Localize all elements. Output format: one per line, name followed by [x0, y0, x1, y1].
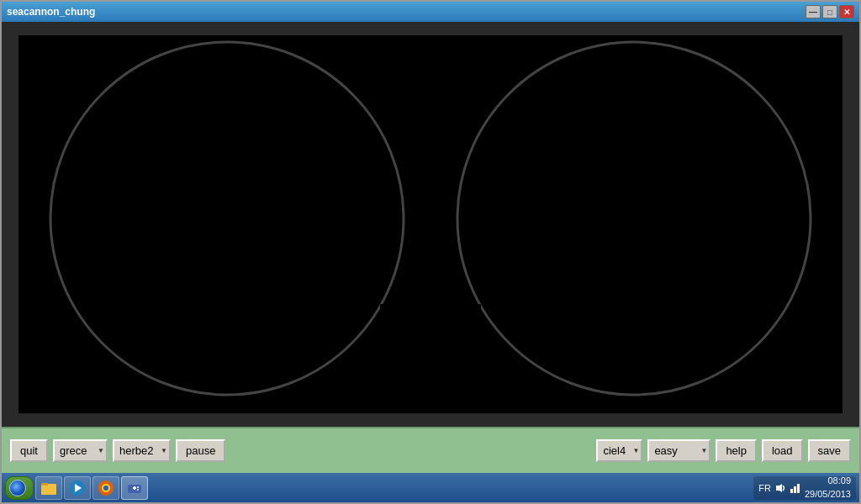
herbe2-select[interactable]: herbe2 herbe1 desert urban [113, 439, 171, 462]
firefox-icon [98, 480, 114, 496]
binocular-view [18, 35, 843, 413]
game-area [2, 22, 859, 427]
taskbar-app-folder[interactable] [35, 476, 62, 500]
windows-logo [9, 480, 26, 496]
grece-select[interactable]: grece france usa russia [53, 439, 108, 462]
quit-button[interactable]: quit [10, 439, 48, 462]
start-button[interactable] [5, 476, 34, 500]
volume-up-icon [774, 482, 786, 494]
svg-rect-39 [790, 489, 793, 493]
media-player-icon [69, 480, 86, 496]
pause-button[interactable]: pause [176, 439, 225, 462]
main-window: seacannon_chung — □ ✕ [0, 0, 861, 504]
svg-rect-7 [314, 169, 366, 175]
svg-rect-40 [794, 486, 796, 493]
svg-rect-1 [143, 196, 441, 251]
maximize-button[interactable]: □ [822, 5, 837, 18]
svg-point-32 [103, 486, 108, 491]
taskbar: FR 08:09 29/05/2013 [2, 473, 859, 502]
close-button[interactable]: ✕ [839, 5, 854, 18]
svg-rect-10 [452, 192, 489, 202]
help-button[interactable]: help [716, 439, 757, 462]
language-indicator: FR [758, 483, 771, 493]
ciel4-select-wrapper: ciel4 ciel3 ciel2 ciel1 [596, 439, 642, 462]
svg-rect-8 [395, 211, 499, 249]
grece-select-wrapper: grece france usa russia [53, 439, 108, 462]
game-icon [126, 480, 143, 496]
svg-point-37 [137, 489, 139, 491]
svg-marker-38 [776, 484, 782, 492]
clock-time: 08:09 [827, 475, 851, 487]
taskbar-app-mediaplayer[interactable] [64, 476, 91, 500]
svg-marker-0 [106, 248, 574, 277]
svg-rect-41 [797, 484, 800, 493]
window-controls: — □ ✕ [806, 5, 854, 18]
taskbar-app-game[interactable] [121, 476, 148, 500]
taskbar-right: FR 08:09 29/05/2013 [753, 476, 856, 500]
ciel4-select[interactable]: ciel4 ciel3 ciel2 ciel1 [596, 439, 642, 462]
svg-rect-6 [261, 166, 321, 181]
network-icon [790, 482, 801, 494]
load-button[interactable]: load [762, 439, 803, 462]
easy-select-wrapper: easy medium hard [647, 439, 710, 462]
svg-rect-5 [247, 177, 336, 203]
scene [18, 35, 843, 413]
svg-rect-13 [143, 244, 544, 252]
clock-date: 29/05/2013 [805, 488, 851, 501]
sea [18, 281, 843, 414]
toolbar: quit grece france usa russia herbe2 herb… [2, 427, 859, 473]
svg-point-4 [169, 136, 229, 188]
save-button[interactable]: save [808, 439, 851, 462]
svg-rect-27 [41, 483, 48, 486]
minimize-button[interactable]: — [806, 5, 821, 18]
clock: 08:09 29/05/2013 [805, 475, 851, 501]
difficulty-select[interactable]: easy medium hard [647, 439, 710, 462]
ship-svg [43, 85, 637, 293]
taskbar-app-firefox[interactable] [92, 476, 119, 500]
herbe2-select-wrapper: herbe2 herbe1 desert urban [113, 439, 171, 462]
svg-point-36 [137, 486, 139, 488]
titlebar: seacannon_chung — □ ✕ [2, 2, 859, 22]
system-tray: FR 08:09 29/05/2013 [753, 476, 856, 500]
window-title: seacannon_chung [7, 6, 95, 18]
folder-icon [40, 480, 57, 496]
svg-rect-35 [134, 486, 135, 490]
